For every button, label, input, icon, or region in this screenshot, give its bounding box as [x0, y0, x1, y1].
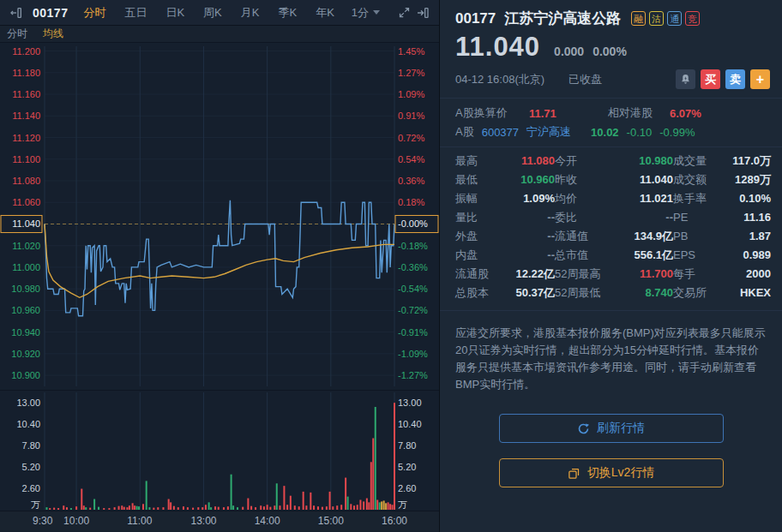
- svg-text:-0.91%: -0.91%: [398, 327, 428, 338]
- stat-value: --: [502, 246, 555, 264]
- stat-label: 总市值: [555, 246, 618, 264]
- a-share-conv-label: A股换算价: [455, 105, 529, 121]
- svg-text:11.020: 11.020: [12, 241, 40, 251]
- stat-value: 12.22亿: [502, 265, 555, 283]
- stat-label: 量比: [455, 208, 502, 226]
- svg-text:1.27%: 1.27%: [398, 68, 424, 78]
- stat-label: 最高: [455, 152, 502, 170]
- stat-value: 2000: [716, 265, 771, 283]
- stat-label: 今开: [555, 152, 618, 170]
- stat-label: PE: [673, 208, 716, 226]
- stat-value: 50.37亿: [502, 284, 555, 302]
- stat-value: --: [502, 208, 555, 226]
- volume-chart[interactable]: 13.0013.0010.4010.407.807.805.205.202.60…: [0, 390, 439, 511]
- svg-text:11.060: 11.060: [12, 197, 40, 207]
- svg-text:万: 万: [31, 499, 40, 510]
- svg-text:5.20: 5.20: [22, 462, 40, 472]
- svg-text:11.120: 11.120: [12, 133, 40, 143]
- stat-label: 振幅: [455, 189, 502, 207]
- fullscreen-icon[interactable]: [394, 3, 413, 22]
- time-tick-label: 14:00: [255, 515, 280, 527]
- quote-datetime: 04-12 16:08(北京): [455, 72, 544, 87]
- tab-五日[interactable]: 五日: [124, 5, 147, 21]
- tab-年K[interactable]: 年K: [316, 5, 334, 21]
- legend-item[interactable]: 均线: [43, 27, 63, 41]
- badge-竞: 竞: [685, 11, 700, 26]
- tab-日K[interactable]: 日K: [165, 5, 184, 21]
- switch-lv2-button[interactable]: 切换Lv2行情: [499, 458, 724, 487]
- sell-button[interactable]: 卖: [725, 69, 745, 89]
- svg-text:13.00: 13.00: [398, 398, 422, 408]
- svg-text:0.54%: 0.54%: [398, 154, 424, 164]
- svg-text:5.20: 5.20: [398, 462, 416, 472]
- svg-text:11.160: 11.160: [12, 89, 40, 99]
- stat-label: 外盘: [455, 227, 502, 245]
- stat-label: 成交额: [673, 170, 716, 188]
- stat-value: 117.0万: [716, 152, 771, 170]
- badge-融: 融: [631, 11, 646, 26]
- tab-周K[interactable]: 周K: [203, 5, 222, 21]
- svg-text:10.920: 10.920: [11, 349, 40, 359]
- stat-value: 10.980: [618, 152, 673, 170]
- svg-text:-0.72%: -0.72%: [398, 305, 428, 315]
- refresh-icon: [577, 422, 590, 435]
- time-tick-label: 9:30: [33, 515, 52, 527]
- buy-button[interactable]: 买: [701, 69, 720, 89]
- time-tick-label: 10:00: [63, 515, 89, 527]
- price-change: 0.000: [554, 45, 584, 58]
- badge-沽: 沽: [649, 11, 664, 26]
- legend-item[interactable]: 分时: [7, 27, 27, 41]
- tab-月K[interactable]: 月K: [241, 5, 260, 21]
- tab-分时[interactable]: 分时: [83, 5, 105, 21]
- stat-label: 委比: [555, 208, 618, 226]
- svg-text:0.72%: 0.72%: [398, 133, 424, 143]
- collapse-panel-icon[interactable]: [7, 3, 26, 22]
- stat-label: 换手率: [673, 189, 716, 207]
- add-watchlist-button[interactable]: +: [750, 69, 770, 89]
- chart-symbol-code: 00177: [33, 6, 68, 20]
- stat-label: 流通值: [555, 227, 618, 245]
- a-share-label: A股: [455, 124, 474, 140]
- stat-label: 昨收: [555, 170, 618, 188]
- stat-label: 每手: [673, 265, 716, 283]
- svg-text:10.900: 10.900: [11, 370, 40, 380]
- dock-right-icon[interactable]: [413, 3, 432, 22]
- svg-text:10.940: 10.940: [11, 327, 40, 338]
- stat-label: 52周最高: [555, 265, 618, 283]
- refresh-quotes-button[interactable]: 刷新行情: [499, 414, 724, 443]
- svg-text:1.45%: 1.45%: [398, 46, 424, 57]
- stat-label: 交易所: [673, 284, 716, 302]
- svg-text:-0.18%: -0.18%: [398, 241, 428, 251]
- refresh-quotes-label: 刷新行情: [597, 421, 645, 436]
- stat-value: 11.700: [618, 265, 673, 283]
- stat-value: 8.740: [618, 284, 673, 302]
- svg-text:11.080: 11.080: [12, 176, 40, 186]
- last-price: 11.040: [455, 32, 540, 63]
- market-status: 已收盘: [568, 72, 602, 87]
- a-share-section: A股换算价 11.71 相对港股 6.07% A股 600377 宁沪高速 10…: [440, 98, 782, 146]
- svg-text:0.91%: 0.91%: [398, 111, 424, 121]
- minute-period-dropdown[interactable]: 1分: [352, 5, 380, 21]
- a-share-code-link[interactable]: 600377: [482, 126, 519, 139]
- a-share-change: -0.10: [627, 126, 653, 139]
- svg-text:2.60: 2.60: [22, 483, 40, 493]
- svg-text:11.040: 11.040: [12, 218, 40, 229]
- intraday-chart[interactable]: 11.2001.45%11.1801.27%11.1601.09%11.1400…: [0, 43, 439, 390]
- stat-value: 10.960: [502, 170, 555, 188]
- svg-text:11.000: 11.000: [12, 262, 40, 272]
- price-alert-button[interactable]: [676, 69, 695, 89]
- stat-value: 1.87: [716, 227, 771, 245]
- tab-季K[interactable]: 季K: [278, 5, 297, 21]
- svg-text:-0.36%: -0.36%: [398, 262, 428, 272]
- badge-通: 通: [667, 11, 682, 26]
- chart-toolbar: 00177 分时五日日K周K月K季K年K 1分: [0, 0, 439, 26]
- svg-text:0.18%: 0.18%: [398, 197, 424, 207]
- stat-value: 11.16: [716, 208, 771, 226]
- stat-label: 52周最低: [555, 284, 618, 302]
- a-share-name-link[interactable]: 宁沪高速: [526, 124, 571, 140]
- stat-value: 1289万: [716, 170, 771, 188]
- svg-text:11.100: 11.100: [12, 154, 40, 164]
- quote-panel: 00177 江苏宁沪高速公路 融沽通竞 11.040 0.000 0.00% 0…: [439, 0, 782, 532]
- svg-text:10.40: 10.40: [398, 419, 422, 429]
- stat-label: 成交量: [673, 152, 716, 170]
